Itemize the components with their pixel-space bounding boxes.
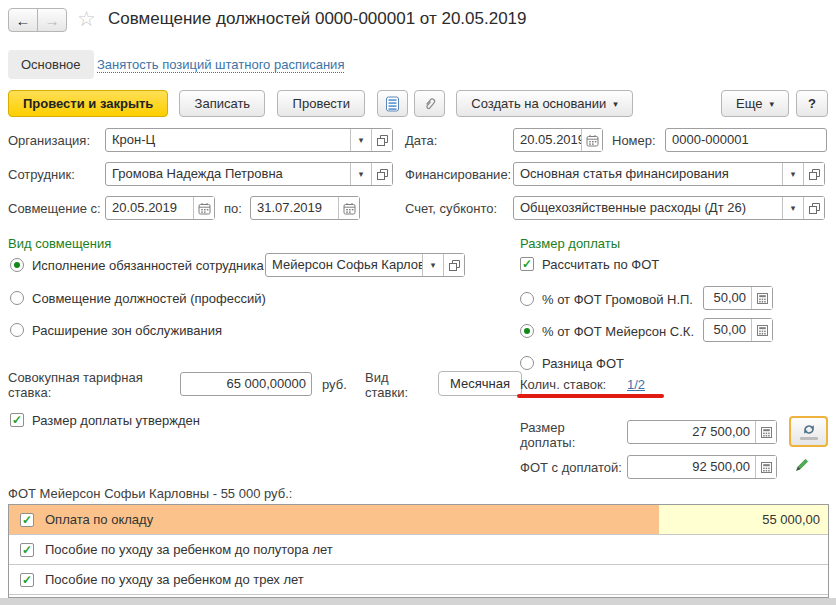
open-item-icon[interactable] — [371, 129, 392, 151]
create-based-on-button[interactable]: Создать на основании ▾ — [456, 90, 632, 117]
calendar-icon[interactable] — [581, 129, 602, 151]
radio-duty-substitution[interactable] — [10, 258, 24, 272]
account-field[interactable]: Общехозяйственные расходы (Дт 26) ▾ — [513, 196, 825, 220]
radio-fot-difference[interactable] — [520, 356, 534, 370]
radio-pct-gromova-label[interactable]: % от ФОТ Громовой Н.П. — [542, 292, 693, 307]
bottom-edge-strip — [0, 598, 836, 605]
calculator-icon[interactable] — [755, 421, 776, 443]
attachments-button[interactable] — [414, 90, 445, 117]
radio-positions-combination[interactable] — [10, 291, 24, 305]
open-item-icon[interactable] — [371, 163, 392, 185]
pct-meyerson-field[interactable]: 50,00 — [703, 318, 773, 342]
fot-total-value: 92 500,00 — [628, 456, 755, 478]
dropdown-caret-icon[interactable]: ▾ — [782, 197, 803, 219]
rate-kind-label: Вид ставки: — [365, 370, 423, 400]
table-row[interactable]: Оплата по окладу 55 000,00 — [9, 505, 828, 535]
dropdown-caret-icon[interactable]: ▾ — [422, 254, 443, 276]
calculator-icon[interactable] — [751, 287, 772, 309]
financing-field[interactable]: Основная статья финансирования ▾ — [513, 162, 825, 186]
tab-employment-positions[interactable]: Занятость позиций штатного расписания — [97, 57, 344, 73]
substitute-employee-value: Мейерсон Софья Карловна — [266, 254, 422, 276]
number-value: 0000-000001 — [666, 129, 826, 151]
date-value: 20.05.2019 — [514, 129, 581, 151]
help-button[interactable]: ? — [796, 90, 828, 117]
pct-gromova-value: 50,00 — [704, 287, 751, 309]
combination-to-field[interactable]: 31.07.2019 — [250, 196, 360, 220]
calendar-icon[interactable] — [193, 197, 214, 219]
table-row[interactable]: Пособие по уходу за ребенком до полутора… — [9, 535, 828, 565]
dropdown-caret-icon[interactable]: ▾ — [782, 163, 803, 185]
right-arrow-icon: → — [45, 12, 60, 29]
document-window: ← → ☆ Совмещение должностей 0000-000001 … — [0, 0, 836, 605]
pct-gromova-field[interactable]: 50,00 — [703, 286, 773, 310]
row-checkbox[interactable] — [20, 513, 34, 527]
combination-from-field[interactable]: 20.05.2019 — [105, 196, 215, 220]
accruals-header: ФОТ Мейерсон Софьи Карловны - 55 000 руб… — [8, 486, 292, 501]
calculator-icon[interactable] — [755, 456, 776, 478]
dropdown-caret-icon[interactable]: ▾ — [350, 163, 371, 185]
date-label: Дата: — [405, 133, 437, 148]
number-label: Номер: — [612, 133, 656, 148]
radio-fot-difference-label[interactable]: Разница ФОТ — [542, 356, 624, 371]
edit-pencil-icon[interactable] — [793, 456, 811, 477]
radio-pct-gromova[interactable] — [520, 292, 534, 306]
surcharge-amount-value: 27 500,00 — [628, 421, 755, 443]
radio-service-zones[interactable] — [10, 323, 24, 337]
radio-pct-meyerson[interactable] — [520, 324, 534, 338]
substitute-employee-field[interactable]: Мейерсон Софья Карловна ▾ — [265, 253, 465, 277]
date-field[interactable]: 20.05.2019 — [513, 128, 603, 152]
row-label: Пособие по уходу за ребенком до трех лет — [45, 572, 304, 587]
currency-label: руб. — [322, 377, 347, 392]
checkbox-surcharge-approved-label[interactable]: Размер доплаты утвержден — [32, 413, 200, 428]
rate-kind-button[interactable]: Месячная — [438, 371, 522, 396]
create-based-on-label: Создать на основании — [471, 96, 606, 111]
organization-label: Организация: — [8, 133, 90, 148]
checkbox-calc-by-fot[interactable] — [520, 257, 534, 271]
history-nav: ← → — [8, 8, 67, 32]
register-records-button[interactable] — [377, 90, 408, 117]
radio-positions-combination-label[interactable]: Совмещение должностей (профессий) — [32, 291, 266, 306]
radio-duty-substitution-label[interactable]: Исполнение обязанностей сотрудника — [32, 258, 264, 273]
surcharge-header: Размер доплаты — [520, 236, 620, 251]
radio-service-zones-label[interactable]: Расширение зон обслуживания — [32, 323, 222, 338]
account-value: Общехозяйственные расходы (Дт 26) — [514, 197, 782, 219]
favorite-star-icon[interactable]: ☆ — [77, 7, 96, 31]
row-checkbox[interactable] — [20, 573, 34, 587]
back-button[interactable]: ← — [8, 8, 38, 32]
open-item-icon[interactable] — [803, 197, 824, 219]
calculator-icon[interactable] — [751, 319, 772, 341]
fot-total-field[interactable]: 92 500,00 — [627, 455, 777, 479]
checkbox-surcharge-approved[interactable] — [10, 413, 24, 427]
employee-field[interactable]: Громова Надежда Петровна ▾ — [105, 162, 393, 186]
register-records-icon — [385, 96, 400, 112]
open-item-icon[interactable] — [803, 163, 824, 185]
paperclip-icon — [422, 96, 438, 112]
checkbox-calc-by-fot-label[interactable]: Рассчитать по ФОТ — [542, 257, 659, 272]
post-and-close-button[interactable]: Провести и закрыть — [8, 90, 168, 117]
open-item-icon[interactable] — [443, 254, 464, 276]
number-field[interactable]: 0000-000001 — [665, 128, 827, 152]
organization-field[interactable]: Крон-Ц ▾ — [105, 128, 393, 152]
calendar-icon[interactable] — [338, 197, 359, 219]
row-amount-cell[interactable]: 55 000,00 — [659, 505, 828, 534]
caret-down-icon: ▾ — [769, 99, 774, 109]
save-button[interactable]: Записать — [179, 90, 265, 117]
refresh-underline — [800, 437, 818, 440]
tariff-rate-value: 65 000,00000 — [181, 373, 311, 395]
radio-pct-meyerson-label[interactable]: % от ФОТ Мейерсон С.К. — [542, 324, 694, 339]
fot-total-label: ФОТ с доплатой: — [520, 460, 622, 475]
tab-main[interactable]: Основное — [8, 50, 94, 79]
recalculate-button[interactable] — [789, 416, 828, 447]
more-button[interactable]: Еще ▾ — [721, 90, 789, 117]
rate-count-link[interactable]: 1/2 — [627, 377, 645, 392]
employee-value: Громова Надежда Петровна — [106, 163, 350, 185]
organization-value: Крон-Ц — [106, 129, 350, 151]
refresh-icon — [802, 424, 816, 435]
row-checkbox[interactable] — [20, 543, 34, 557]
forward-button[interactable]: → — [37, 8, 67, 32]
tariff-rate-field[interactable]: 65 000,00000 — [180, 372, 312, 396]
dropdown-caret-icon[interactable]: ▾ — [350, 129, 371, 151]
post-button[interactable]: Провести — [277, 90, 365, 117]
table-row[interactable]: Пособие по уходу за ребенком до трех лет — [9, 565, 828, 595]
surcharge-amount-field[interactable]: 27 500,00 — [627, 420, 777, 444]
